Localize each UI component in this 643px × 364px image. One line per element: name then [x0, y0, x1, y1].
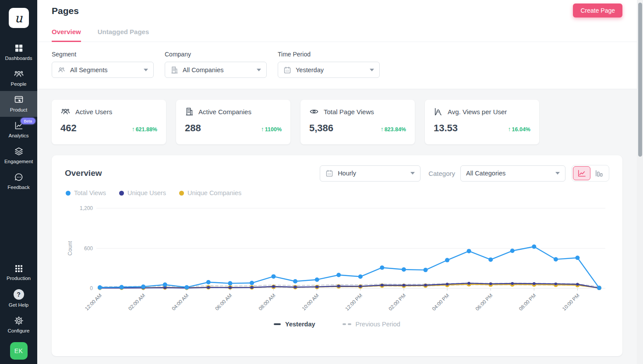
sidebar-item-engagement[interactable]: Engagement — [0, 143, 37, 168]
legend-dot-unique-users — [119, 191, 124, 196]
app-logo[interactable]: u — [9, 8, 29, 28]
tab-bar: Overview Untagged Pages — [37, 28, 643, 42]
create-page-button[interactable]: Create Page — [573, 4, 622, 18]
overview-chart: 06001,200Count12:00 AM02:00 AM04:00 AM06… — [65, 199, 608, 320]
company-select-value: All Companies — [183, 66, 252, 74]
granularity-select[interactable]: Hourly — [320, 165, 420, 182]
sidebar-item-product[interactable]: Product — [0, 91, 37, 117]
legend-label: Unique Companies — [187, 189, 241, 196]
logo-letter: u — [14, 11, 22, 25]
legend-item-unique-users[interactable]: Unique Users — [119, 189, 166, 196]
legend-item-yesterday: Yesterday — [274, 321, 315, 328]
svg-text:10:00 AM: 10:00 AM — [301, 293, 320, 312]
sidebar-item-analytics[interactable]: Beta Analytics — [0, 117, 37, 143]
stat-change: ↑621.88% — [132, 126, 157, 133]
tab-overview[interactable]: Overview — [52, 28, 81, 42]
beta-badge: Beta — [21, 118, 36, 124]
bar-chart-toggle[interactable] — [590, 166, 608, 180]
legend-item-total-views[interactable]: Total Views — [66, 189, 106, 196]
stat-card-avg-views-per-user: Avg. Views per User 13.53 ↑16.04% — [425, 100, 539, 144]
stat-card-active-companies: Active Companies 288 ↑1100% — [176, 100, 290, 144]
segment-select-value: All Segments — [70, 66, 139, 74]
legend-label: Total Views — [74, 189, 106, 196]
stat-value: 462 — [60, 122, 77, 134]
stat-label: Active Users — [75, 108, 112, 116]
sidebar-item-label: Configure — [8, 328, 30, 333]
chevron-down-icon — [555, 172, 560, 175]
people-icon — [60, 107, 71, 116]
page-scrollbar-thumb[interactable] — [638, 3, 642, 157]
chevron-down-icon — [144, 69, 148, 71]
line-chart-toggle[interactable] — [573, 166, 590, 180]
company-filter-label: Company — [165, 51, 267, 58]
time-period-select[interactable]: Yesterday — [278, 62, 380, 78]
people-icon — [14, 69, 24, 79]
legend-label: Yesterday — [285, 321, 315, 328]
time-period-filter-group: Time Period Yesterday — [278, 51, 380, 78]
arrow-up-icon: ↑ — [261, 126, 264, 133]
company-select[interactable]: All Companies — [165, 62, 267, 78]
granularity-value: Hourly — [338, 170, 406, 177]
stat-value: 5,386 — [309, 122, 333, 134]
svg-text:04:00 PM: 04:00 PM — [431, 293, 450, 312]
time-period-select-value: Yesterday — [296, 66, 365, 74]
main-content: Pages Create Page Overview Untagged Page… — [37, 0, 643, 364]
svg-text:1,200: 1,200 — [80, 205, 93, 211]
dashboard-body: Active Users 462 ↑621.88% Active Compani… — [37, 89, 643, 356]
legend-label: Previous Period — [356, 321, 400, 328]
segment-select[interactable]: All Segments — [52, 62, 154, 78]
building-icon — [185, 107, 194, 116]
legend-dot-unique-companies — [179, 191, 184, 196]
user-avatar[interactable]: EK — [10, 342, 28, 360]
time-period-filter-label: Time Period — [278, 51, 380, 58]
sidebar-nav: Dashboards People Product Beta Analytics — [0, 39, 37, 194]
svg-text:12:00 AM: 12:00 AM — [84, 293, 103, 312]
sidebar-item-label: Production — [7, 276, 31, 281]
arrow-up-icon: ↑ — [381, 126, 384, 133]
calendar-icon — [283, 66, 291, 74]
sidebar-item-feedback[interactable]: Feedback — [0, 168, 37, 194]
overview-panel: Overview Hourly Category All Categories — [52, 155, 622, 356]
category-select[interactable]: All Categories — [460, 165, 565, 182]
stat-value: 13.53 — [434, 122, 458, 134]
sidebar-item-production[interactable]: Production — [0, 260, 37, 285]
solid-line-swatch — [274, 323, 281, 325]
stat-card-total-page-views: Total Page Views 5,386 ↑823.84% — [300, 100, 415, 144]
sidebar-item-configure[interactable]: Configure — [0, 312, 37, 338]
dashed-line-swatch — [343, 323, 351, 325]
svg-text:08:00 AM: 08:00 AM — [258, 293, 276, 312]
svg-text:02:00 AM: 02:00 AM — [127, 293, 146, 312]
svg-text:08:00 PM: 08:00 PM — [518, 293, 537, 312]
svg-text:06:00 PM: 06:00 PM — [474, 293, 493, 312]
sidebar-item-label: Dashboards — [5, 56, 32, 61]
svg-text:12:00 PM: 12:00 PM — [344, 293, 363, 312]
filter-bar: Segment All Segments Company — [37, 42, 643, 89]
company-filter-group: Company All Companies — [165, 51, 267, 78]
sidebar-item-label: Engagement — [4, 159, 33, 164]
sidebar-item-label: Analytics — [8, 133, 28, 138]
svg-text:04:00 AM: 04:00 AM — [171, 293, 190, 312]
page-title: Pages — [52, 6, 629, 16]
segment-filter-group: Segment All Segments — [52, 51, 154, 78]
avatar-initials: EK — [14, 347, 23, 354]
tab-untagged-pages[interactable]: Untagged Pages — [98, 28, 149, 42]
chart-legend: Total Views Unique Users Unique Companie… — [65, 189, 609, 196]
overview-title: Overview — [65, 168, 102, 178]
engagement-icon — [14, 147, 24, 156]
chevron-down-icon — [370, 69, 374, 71]
sidebar-item-people[interactable]: People — [0, 65, 37, 91]
stat-change: ↑823.84% — [381, 126, 406, 133]
bell-curve-icon — [434, 107, 443, 116]
sidebar-item-get-help[interactable]: ? Get Help — [0, 285, 37, 312]
legend-item-unique-companies[interactable]: Unique Companies — [179, 189, 241, 196]
sidebar-item-label: Product — [10, 107, 28, 112]
segment-filter-label: Segment — [52, 51, 154, 58]
svg-text:02:00 PM: 02:00 PM — [388, 293, 406, 312]
stat-cards: Active Users 462 ↑621.88% Active Compani… — [52, 100, 629, 144]
chevron-down-icon — [410, 172, 415, 175]
sidebar-item-dashboards[interactable]: Dashboards — [0, 39, 37, 65]
stat-label: Active Companies — [198, 108, 251, 116]
sidebar: u Dashboards People Product B — [0, 0, 37, 364]
page-scrollbar-track[interactable] — [637, 0, 643, 364]
chart-type-toggle — [572, 165, 609, 182]
